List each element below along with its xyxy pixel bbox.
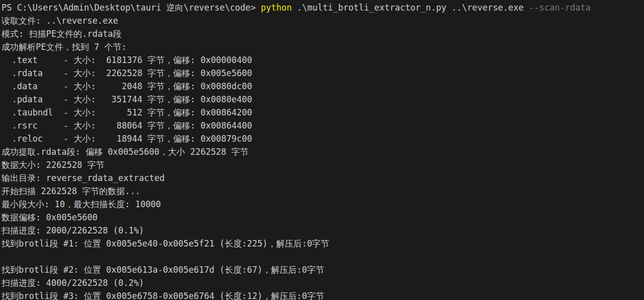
command-python: python [261,3,292,13]
output-line-extract-success: 成功提取.rdata段: 偏移 0x005e5600，大小 2262528 字节 [2,145,644,158]
output-line-output-dir: 输出目录: reverse_rdata_extracted [2,171,644,185]
terminal-window[interactable]: PS C:\Users\Admin\Desktop\tauri 逆向\rever… [0,0,644,300]
output-line-data-offset: 数据偏移: 0x005e5600 [2,211,644,224]
shell-prompt: PS C:\Users\Admin\Desktop\tauri 逆向\rever… [2,3,261,13]
output-line-mode: 模式: 扫描PE文件的.rdata段 [2,27,644,40]
section-row-pdata: .pdata - 大小: 351744 字节，偏移: 0x0080e400 [2,93,644,106]
output-line-progress-1: 扫描进度: 2000/2262528 (0.1%) [2,224,644,237]
section-row-rdata: .rdata - 大小: 2262528 字节，偏移: 0x005e5600 [2,67,644,80]
section-row-data: .data - 大小: 2048 字节，偏移: 0x0080dc00 [2,80,644,93]
output-line-data-size: 数据大小: 2262528 字节 [2,158,644,171]
section-row-reloc: .reloc - 大小: 18944 字节，偏移: 0x00879c00 [2,132,644,145]
output-line-brotli-segment-1: 找到brotli段 #1: 位置 0x005e5e40-0x005e5f21 (… [2,237,644,250]
output-line-blank [2,250,644,263]
output-line-parse-result: 成功解析PE文件，找到 7 个节: [2,40,644,53]
command-args: .\multi_brotli_extractor_n.py ..\reverse… [292,3,529,13]
output-line-scan-params: 最小段大小: 10，最大扫描长度: 10000 [2,198,644,211]
output-line-brotli-segment-3: 找到brotli段 #3: 位置 0x005e6758-0x005e6764 (… [2,289,644,300]
output-line-brotli-segment-2: 找到brotli段 #2: 位置 0x005e613a-0x005e617d (… [2,263,644,276]
section-row-rsrc: .rsrc - 大小: 88064 字节，偏移: 0x00864400 [2,119,644,132]
section-row-taubndl: .taubndl - 大小: 512 字节，偏移: 0x00864200 [2,106,644,119]
output-line-progress-2: 扫描进度: 4000/2262528 (0.2%) [2,276,644,289]
flag-scan-rdata: --scan-rdata [529,3,591,13]
output-line-scan-start: 开始扫描 2262528 字节的数据... [2,185,644,198]
section-row-text: .text - 大小: 6181376 字节，偏移: 0x00000400 [2,53,644,67]
prompt-line: PS C:\Users\Admin\Desktop\tauri 逆向\rever… [2,1,644,14]
output-line-read-file: 读取文件: ..\reverse.exe [2,14,644,27]
